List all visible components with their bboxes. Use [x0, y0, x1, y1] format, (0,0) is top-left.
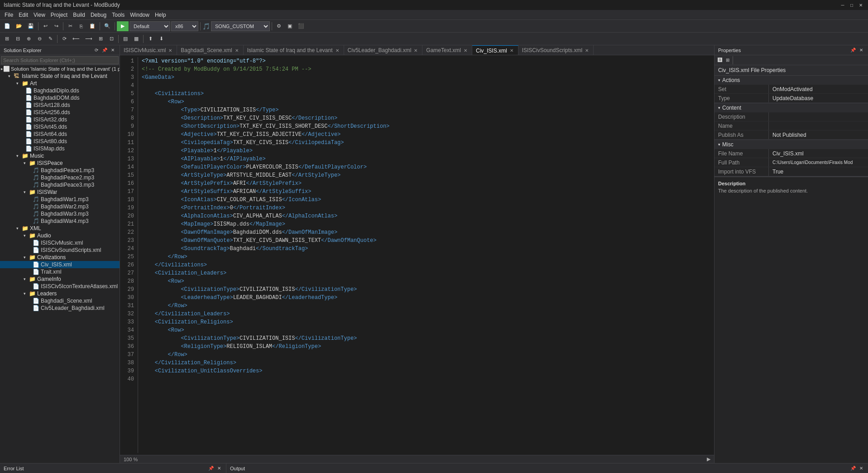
prop-section-misc-header[interactable]: ▾ Misc: [715, 140, 868, 149]
menu-edit[interactable]: Edit: [16, 10, 31, 19]
tree-gameinfo-folder[interactable]: ▾ 📁 GameInfo: [0, 275, 120, 283]
li-music-xml[interactable]: 📄ISISCivMusic.xml: [0, 239, 120, 246]
new-btn[interactable]: 📄: [2, 21, 13, 31]
menu-project[interactable]: Project: [48, 10, 70, 19]
t2-btn4[interactable]: ⊖: [34, 34, 44, 44]
el-pin-btn[interactable]: 📌: [207, 466, 215, 471]
li-art32[interactable]: 📄ISISArt32.dds: [0, 116, 120, 123]
t2-btn1[interactable]: ⊞: [2, 34, 12, 44]
undo-btn[interactable]: ↩: [40, 21, 50, 31]
li-map[interactable]: 📄ISISMap.dds: [0, 145, 120, 152]
prop-sort-alpha-btn[interactable]: 🅰: [716, 58, 724, 63]
tab-baghdadi[interactable]: Baghdadi_Scene.xml✕: [177, 45, 243, 55]
se-search-input[interactable]: [1, 56, 119, 64]
tree-music-folder[interactable]: ▾ 📁 Music: [0, 152, 120, 159]
tab-music[interactable]: ISISCivMusic.xml✕: [120, 45, 177, 55]
t2-btn2[interactable]: ⊟: [13, 34, 23, 44]
t2-btn13[interactable]: ⬆: [145, 34, 155, 44]
li-sound-xml[interactable]: 📄ISISCivSoundScripts.xml: [0, 246, 120, 254]
prop-section-content-header[interactable]: ▾ Content: [715, 103, 868, 112]
prop-close-btn[interactable]: ✕: [858, 48, 864, 53]
redo-btn[interactable]: ↪: [51, 21, 61, 31]
t2-btn3[interactable]: ⊕: [24, 34, 34, 44]
tab-leader-close[interactable]: ✕: [413, 48, 418, 53]
menu-file[interactable]: File: [2, 10, 16, 19]
t2-btn6[interactable]: ⟳: [59, 34, 69, 44]
li-art64[interactable]: 📄ISISArt64.dds: [0, 130, 120, 138]
paste-btn[interactable]: 📋: [87, 21, 98, 31]
li-art80[interactable]: 📄ISISArt80.dds: [0, 138, 120, 145]
extra-btn2[interactable]: ▣: [285, 21, 295, 31]
out-close-btn[interactable]: ✕: [858, 466, 864, 471]
open-btn[interactable]: 📂: [14, 21, 24, 31]
copy-btn[interactable]: ⎘: [76, 21, 86, 31]
tab-baghdadi-close[interactable]: ✕: [234, 48, 240, 53]
tree-isis-war-folder[interactable]: ▾ 📁 ISISWar: [0, 188, 120, 196]
close-button[interactable]: ✕: [857, 1, 864, 9]
song-dropdown[interactable]: SONG_CUSTOM: [211, 21, 270, 31]
code-editor[interactable]: 12345 678910 1112131415 1617181920 21222…: [120, 55, 714, 455]
tab-islamic-state[interactable]: Islamic State of Iraq and the Levant✕: [244, 45, 344, 55]
se-sync-btn[interactable]: ⟳: [93, 48, 100, 53]
find-btn[interactable]: 🔍: [102, 21, 113, 31]
tree-xml-folder[interactable]: ▾ 📁 XML: [0, 225, 120, 232]
platform-dropdown[interactable]: x86: [171, 21, 198, 31]
t2-btn10[interactable]: ⊡: [106, 34, 116, 44]
tree-civs-folder[interactable]: ▾ 📁 Civilizations: [0, 254, 120, 261]
li-trait[interactable]: 📄Trait.xml: [0, 268, 120, 275]
tree-root-project[interactable]: ▾ 🏗 Islamic State of Iraq and the Levant: [0, 72, 120, 80]
tab-gametext[interactable]: GameText.xml✕: [422, 45, 472, 55]
out-pin-btn[interactable]: 📌: [849, 466, 857, 471]
t2-btn12[interactable]: ▦: [131, 34, 141, 44]
code-content[interactable]: <?xml version="1.0" encoding="utf-8"?> <…: [138, 57, 714, 453]
tree-isis-peace-folder[interactable]: ▾ 📁 ISISPeace: [0, 159, 120, 167]
li-baghdadi-scene[interactable]: 📄Baghdadi_Scene.xml: [0, 297, 120, 304]
tab-civist[interactable]: Civ_ISIS.xml✕: [472, 45, 518, 55]
li-war4[interactable]: 🎵BaghdadiWar4.mp3: [0, 217, 120, 225]
se-close-btn[interactable]: ✕: [110, 48, 116, 53]
tab-gametext-close[interactable]: ✕: [463, 48, 468, 53]
tree-audio-folder[interactable]: ▾ 📁 Audio: [0, 232, 120, 239]
tree-art-folder[interactable]: ▾ 📁 Art: [0, 80, 120, 87]
minimize-button[interactable]: ─: [839, 1, 846, 9]
menu-window[interactable]: Window: [127, 10, 152, 19]
li-dom[interactable]: 📄BaghdadiDOM.dds: [0, 94, 120, 101]
t2-btn9[interactable]: ⊞: [96, 34, 106, 44]
t2-btn11[interactable]: ▤: [120, 34, 130, 44]
t2-btn8[interactable]: ⟶: [83, 34, 95, 44]
prop-section-actions-header[interactable]: ▾ Actions: [715, 76, 868, 85]
maximize-button[interactable]: □: [848, 1, 855, 9]
li-peace1[interactable]: 🎵BaghdadiPeace1.mp3: [0, 167, 120, 174]
t2-btn5[interactable]: ✎: [45, 34, 55, 44]
li-art45[interactable]: 📄ISISArt45.dds: [0, 123, 120, 130]
tree-solution[interactable]: ▸ ⬜ Solution 'Islamic State of Iraq and …: [0, 65, 120, 72]
prop-sort-cat-btn[interactable]: ⊞: [724, 58, 731, 63]
save-btn[interactable]: 💾: [25, 21, 36, 31]
se-pin-btn[interactable]: 📌: [101, 48, 109, 53]
li-war3[interactable]: 🎵BaghdadiWar3.mp3: [0, 210, 120, 217]
config-dropdown[interactable]: Default: [129, 21, 170, 31]
cut-btn[interactable]: ✂: [65, 21, 75, 31]
li-war2[interactable]: 🎵BaghdadiWar2.mp3: [0, 203, 120, 210]
li-diplo[interactable]: 📄BaghdadiDiplo.dds: [0, 87, 120, 94]
t2-btn14[interactable]: ⬇: [156, 34, 166, 44]
tab-sound[interactable]: ISISCivSoundScripts.xml✕: [518, 45, 594, 55]
tab-sound-close[interactable]: ✕: [584, 48, 590, 53]
el-close-btn[interactable]: ✕: [216, 466, 222, 471]
li-art128[interactable]: 📄ISISArt128.dds: [0, 101, 120, 109]
tab-islamic-close[interactable]: ✕: [335, 48, 340, 53]
prop-pin-btn[interactable]: 📌: [849, 48, 857, 53]
li-civ5leader[interactable]: 📄Civ5Leader_Baghdadi.xml: [0, 304, 120, 312]
menu-help[interactable]: Help: [152, 10, 169, 19]
li-civ-isis[interactable]: 📄Civ_ISIS.xml: [0, 261, 120, 268]
tree-leaders-folder[interactable]: ▾ 📁 Leaders: [0, 290, 120, 297]
menu-build[interactable]: Build: [70, 10, 88, 19]
extra-btn3[interactable]: ⬛: [296, 21, 307, 31]
run-btn[interactable]: ▶: [117, 21, 129, 31]
tab-leader[interactable]: Civ5Leader_Baghdadi.xml✕: [344, 45, 423, 55]
t2-btn7[interactable]: ⟵: [70, 34, 82, 44]
li-war1[interactable]: 🎵BaghdadiWar1.mp3: [0, 196, 120, 203]
menu-tools[interactable]: Tools: [109, 10, 127, 19]
li-peace3[interactable]: 🎵BaghdadiPeace3.mp3: [0, 181, 120, 188]
menu-debug[interactable]: Debug: [88, 10, 109, 19]
